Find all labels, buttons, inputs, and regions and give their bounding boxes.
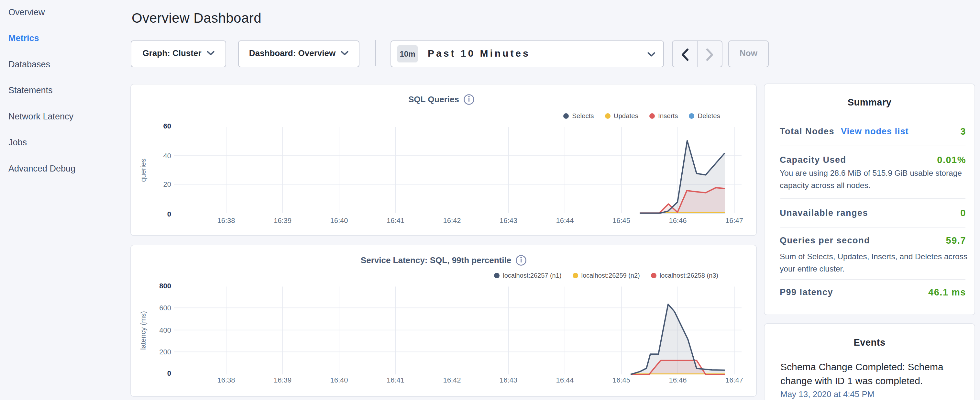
- svg-text:16:43: 16:43: [500, 217, 517, 225]
- svg-text:16:44: 16:44: [556, 217, 574, 225]
- svg-text:16:46: 16:46: [669, 217, 687, 225]
- svg-text:40: 40: [163, 152, 171, 160]
- svg-text:16:39: 16:39: [274, 376, 291, 384]
- svg-text:16:39: 16:39: [274, 217, 291, 225]
- svg-text:16:42: 16:42: [443, 217, 461, 225]
- svg-text:16:47: 16:47: [725, 217, 743, 225]
- svg-text:16:45: 16:45: [612, 376, 630, 384]
- svg-text:16:46: 16:46: [669, 376, 687, 384]
- svg-text:800: 800: [159, 282, 171, 290]
- svg-text:16:38: 16:38: [217, 376, 235, 384]
- svg-text:60: 60: [163, 122, 171, 130]
- svg-text:20: 20: [163, 180, 171, 188]
- svg-text:queries: queries: [139, 159, 147, 182]
- svg-text:16:42: 16:42: [443, 376, 461, 384]
- svg-text:0: 0: [167, 369, 171, 377]
- svg-text:400: 400: [159, 326, 171, 334]
- svg-text:16:41: 16:41: [387, 376, 404, 384]
- svg-text:200: 200: [159, 348, 171, 356]
- svg-text:16:38: 16:38: [217, 217, 235, 225]
- svg-text:16:45: 16:45: [612, 217, 630, 225]
- svg-text:16:43: 16:43: [500, 376, 517, 384]
- svg-text:16:44: 16:44: [556, 376, 574, 384]
- svg-text:16:40: 16:40: [330, 376, 348, 384]
- svg-text:600: 600: [159, 304, 171, 312]
- svg-text:16:41: 16:41: [387, 217, 404, 225]
- svg-text:0: 0: [167, 210, 171, 218]
- svg-text:16:40: 16:40: [330, 217, 348, 225]
- svg-text:16:47: 16:47: [725, 376, 743, 384]
- svg-text:latency (ms): latency (ms): [139, 311, 147, 350]
